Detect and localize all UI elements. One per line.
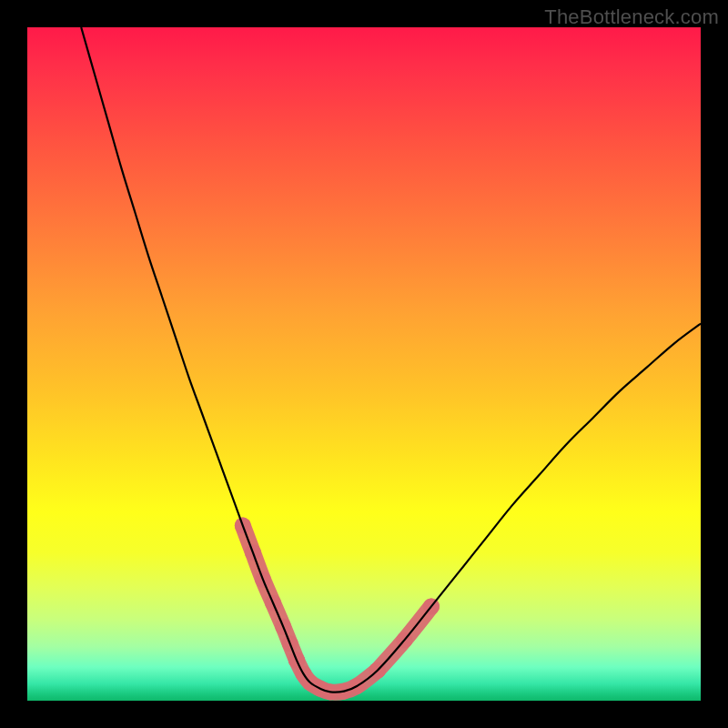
chart-frame: TheBottleneck.com	[0, 0, 728, 728]
bottleneck-curve	[81, 27, 701, 693]
plot-area	[27, 27, 701, 701]
watermark-text: TheBottleneck.com	[544, 5, 719, 29]
curve-markers	[235, 518, 440, 701]
curve-layer	[27, 27, 701, 701]
